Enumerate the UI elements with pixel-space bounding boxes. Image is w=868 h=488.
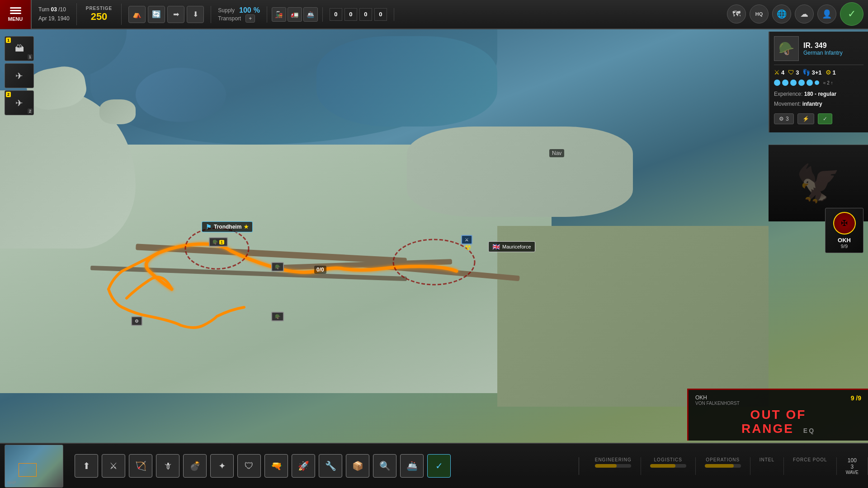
- left-unit-card-3[interactable]: 2 ✈ 2: [5, 90, 34, 115]
- supply-info: Supply 100 % Transport +: [211, 6, 267, 23]
- unit-action-move-btn[interactable]: ⚙ 3: [774, 113, 794, 124]
- unit-action-row: ⚙ 3 ⚡ ✓: [774, 113, 863, 124]
- okh-unit-count: 9/9: [829, 244, 859, 249]
- turn-info: Turn 03 /10 Apr 19, 1940: [32, 3, 77, 25]
- other-value: 1: [833, 69, 836, 76]
- oor-count: 9 /9: [851, 394, 861, 406]
- bottom-number-1: 100: [846, 457, 859, 464]
- intel-label: Intel: [760, 457, 774, 462]
- oor-okh-label: OKH: [695, 394, 740, 401]
- supply-icon-3[interactable]: 🚢: [303, 7, 318, 22]
- move-icon: 👣: [802, 69, 810, 76]
- move-count-icon: ⚙: [779, 116, 784, 122]
- left-units-panel: 1 🏔 1 ✈ 2 ✈ 2: [5, 36, 34, 115]
- engineering-col: Engineering: [586, 457, 641, 475]
- okh-panel[interactable]: ✠ OKH 9/9: [825, 208, 863, 253]
- globe-button[interactable]: 🌐: [772, 5, 791, 23]
- supply-transport-icons: 🚂 🚛 🚢: [267, 7, 323, 22]
- map-unit-german-2[interactable]: 🪖: [271, 262, 284, 272]
- unit-action-check-btn[interactable]: ✓: [818, 113, 832, 124]
- mauriceforce-label: 🇬🇧 Mauriceforce: [488, 241, 535, 252]
- turn-total: 10: [60, 6, 66, 13]
- unit-action-lightning-btn[interactable]: ⚡: [797, 113, 814, 124]
- right-unit-panel: 🪖 IR. 349 German Infantry ⚔ 4 🛡 3 👣 3+1 …: [769, 32, 868, 132]
- unit-designation: IR. 349: [803, 42, 843, 50]
- strength-dot-3: [790, 80, 797, 86]
- bottom-btn-move[interactable]: ⬆: [75, 454, 98, 478]
- map-unit-german-3[interactable]: 🪖: [271, 312, 284, 321]
- weather-button[interactable]: ☁: [795, 5, 814, 23]
- movement-value: infantry: [802, 101, 822, 107]
- operations-label: Operations: [705, 457, 741, 462]
- unit-portrait-icon: 🪖: [778, 41, 794, 56]
- oor-eq-label: EQ: [803, 427, 815, 434]
- minimap-viewport: [19, 463, 37, 477]
- transport-add-button[interactable]: +: [245, 14, 255, 23]
- supply-icon-2[interactable]: 🚛: [288, 7, 302, 22]
- unit-stats-row: ⚔ 4 🛡 3 👣 3+1 ⚙ 1: [774, 69, 863, 76]
- action-icon-2[interactable]: 🔄: [148, 6, 165, 23]
- operations-bar-fill: [705, 464, 734, 468]
- hq-button[interactable]: HQ: [750, 5, 769, 23]
- damage-box-2: 0: [344, 8, 357, 21]
- minimap[interactable]: MAP: [5, 445, 63, 488]
- stat-defense: 🛡 3: [788, 69, 799, 76]
- strength-dot-6-half: [815, 80, 819, 85]
- action-icon-1[interactable]: ⛺: [128, 6, 146, 23]
- bottom-btn-special[interactable]: ✦: [210, 454, 234, 478]
- settings-button[interactable]: 👤: [817, 5, 836, 23]
- bottom-btn-shoot[interactable]: 🔫: [264, 454, 288, 478]
- bottom-number-2: 3: [846, 464, 859, 470]
- bottom-btn-supply[interactable]: 📦: [346, 454, 369, 478]
- unit-strength-dots: ≈ 2 ↑: [774, 80, 863, 86]
- unit-card-badge-3: 2: [6, 92, 11, 97]
- bottom-btn-bomb[interactable]: 💣: [183, 454, 207, 478]
- map-unit-german-4[interactable]: ⚙: [131, 316, 142, 326]
- menu-button[interactable]: MENU: [0, 0, 32, 29]
- left-unit-card-1[interactable]: 1 🏔 1: [5, 36, 34, 61]
- end-turn-button[interactable]: ✓: [840, 2, 863, 26]
- bottom-btn-transport[interactable]: 🚢: [400, 454, 424, 478]
- top-right-icons: 🗺 HQ 🌐 ☁ 👤 ✓: [727, 2, 863, 26]
- bottom-bar: MAP ⬆ ⚔ 🏹 🗡 💣 ✦ 🛡 🔫 🚀 🔧 📦 🔍 🚢 ✓ Engineer…: [0, 443, 868, 488]
- supply-icon-1[interactable]: 🚂: [272, 7, 286, 22]
- map-icon-button[interactable]: 🗺: [727, 5, 746, 23]
- unit-icon-1: 🏔: [15, 43, 24, 54]
- other-icon: ⚙: [826, 69, 831, 76]
- action-icon-3[interactable]: ➡: [167, 6, 184, 23]
- okh-emblem: ✠: [833, 212, 856, 235]
- bottom-btn-recon[interactable]: 🔍: [373, 454, 396, 478]
- trondheim-label: ⚑ Trondheim ★: [202, 221, 253, 232]
- bottom-btn-repair[interactable]: 🔧: [319, 454, 342, 478]
- action-value: 3: [786, 116, 789, 122]
- minimap-label: MAP: [7, 480, 16, 485]
- move-value: 3+1: [811, 69, 821, 76]
- strength-dot-1: [774, 80, 780, 86]
- logistics-label: Logistics: [650, 457, 686, 462]
- force-pool-col: Force Pool: [784, 457, 837, 475]
- attack-value: 4: [781, 69, 784, 76]
- map-unit-german-1[interactable]: 🪖 1: [209, 237, 228, 247]
- bottom-btn-attack[interactable]: ⚔: [102, 454, 125, 478]
- bottom-btn-end[interactable]: ✓: [427, 454, 451, 478]
- bottom-btn-rocket[interactable]: 🚀: [292, 454, 315, 478]
- left-unit-card-2[interactable]: ✈: [5, 63, 34, 88]
- defense-value: 3: [796, 69, 799, 76]
- unit-type-label: German Infantry: [803, 50, 843, 56]
- bottom-btn-ranged[interactable]: 🏹: [129, 454, 152, 478]
- logistics-bar-fill: [650, 464, 675, 468]
- supply-value: 100: [239, 6, 251, 14]
- stat-other: ⚙ 1: [826, 69, 836, 76]
- okh-cross-icon: ✠: [841, 218, 848, 228]
- bottom-info-section: Engineering Logistics Operations Intel F…: [579, 457, 868, 475]
- intel-col: Intel: [750, 457, 784, 475]
- top-action-icons: ⛺ 🔄 ➡ ⬇: [122, 6, 211, 23]
- bottom-btn-assault[interactable]: 🗡: [156, 454, 179, 478]
- out-of-range-panel: OKH VON FALKENHORST 9 /9 OUT OF RANGE EQ: [687, 389, 868, 441]
- operations-col: Operations: [696, 457, 750, 475]
- bottom-btn-defend[interactable]: 🛡: [237, 454, 261, 478]
- unit-sub-count: ≈ 2 ↑: [823, 80, 833, 85]
- strength-dot-4: [798, 80, 805, 86]
- action-icon-4[interactable]: ⬇: [187, 6, 204, 23]
- supply-percent: %: [254, 6, 260, 14]
